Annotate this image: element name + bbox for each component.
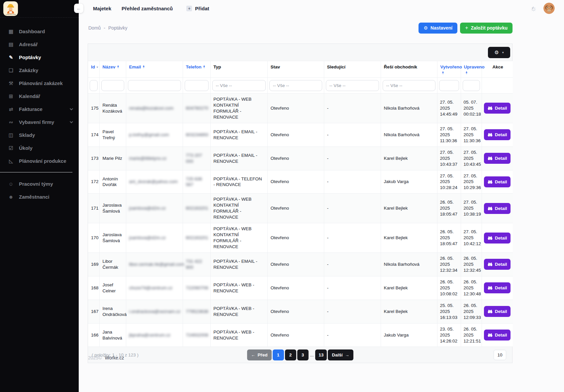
cell-email: i.ondrackova@seznam.cz xyxy=(126,300,183,323)
filter-select-sledujici[interactable]: -- Vše -- xyxy=(326,80,379,91)
column-header-id[interactable]: Id▼ xyxy=(88,61,99,78)
pagination-page-3[interactable]: 3 xyxy=(297,349,308,360)
sidebar-item-zamestnanci[interactable]: ☻Zaměstnanci xyxy=(0,190,79,203)
user-avatar[interactable] xyxy=(543,3,555,14)
sidebar-item-label: Úkoly xyxy=(19,145,33,151)
detail-button-label: Detail xyxy=(495,262,507,267)
paperclip-icon: ∾ xyxy=(7,119,15,125)
sidebar-item-planovani-produkce[interactable]: ◺Plánování produkce xyxy=(0,154,79,167)
detail-button[interactable]: Detail xyxy=(484,153,511,164)
footer-brand-link[interactable]: Worke.cz xyxy=(105,355,124,360)
topnav-majetek[interactable]: Majetek xyxy=(93,6,111,11)
theme-toggle-button[interactable]: ☼ ☾ xyxy=(529,4,538,13)
sidebar-collapse-button[interactable]: ← xyxy=(74,4,83,13)
sidebar-item-pracovni-tymy[interactable]: ☺Pracovní týmy xyxy=(0,177,79,190)
settings-button[interactable]: ⚙ Nastavení xyxy=(419,23,457,34)
cell-telefon-value: 725 636 567 xyxy=(186,176,202,187)
sidebar-item-zakazky[interactable]: ❏Zakázky xyxy=(0,64,79,77)
filter-input-email[interactable] xyxy=(128,80,181,91)
detail-button[interactable]: Detail xyxy=(484,203,511,214)
cell-id: 170 xyxy=(88,223,99,253)
column-header-upraveno[interactable]: Upraveno▲▼ xyxy=(461,61,482,78)
cell-nazev-value: Josef Celner xyxy=(103,282,116,293)
filter-input-nazev[interactable] xyxy=(101,80,124,91)
pagination-page-13[interactable]: 13 xyxy=(315,349,327,360)
column-header-label: Název xyxy=(103,64,116,69)
sidebar-item-poptavky[interactable]: ✎Poptávky xyxy=(0,51,79,64)
table-toolbar: ⚙ ▾ xyxy=(88,44,512,61)
filter-input-id[interactable] xyxy=(90,80,98,91)
filter-input-vytvoreno[interactable] xyxy=(439,80,459,91)
sidebar-item-dashboard[interactable]: ▦Dashboard xyxy=(0,25,79,38)
cell-email: renata@kozakovi.com xyxy=(126,94,183,123)
breadcrumb-separator: - xyxy=(104,25,105,31)
cell-vytvoreno-value: 26. 05. 2025 12:32:34 xyxy=(440,256,458,273)
filter-input-telefon[interactable] xyxy=(185,80,209,91)
sidebar: CONSTRUCTION ▦Dashboard▤Adresář✎Poptávky… xyxy=(0,0,79,392)
column-header-telefon[interactable]: Telefon▲▼ xyxy=(183,61,210,78)
detail-button[interactable]: Detail xyxy=(484,129,511,140)
cell-resi: Karel Bejlek xyxy=(381,276,437,300)
cell-stav-value: Otevřeno xyxy=(271,179,289,184)
topnav-prehled-zamestnancu[interactable]: Přehled zaměstnanců xyxy=(122,6,173,11)
breadcrumb-home[interactable]: Domů xyxy=(88,25,101,31)
cell-vytvoreno: 25. 05. 2025 16:13:03 xyxy=(437,300,461,323)
sidebar-item-label: Vybavení firmy xyxy=(19,119,54,125)
company-logo[interactable]: CONSTRUCTION xyxy=(3,1,18,16)
table-row: 168Josef Celnerchoze74@centrum.cz7220607… xyxy=(88,276,513,300)
sidebar-item-fakturace[interactable]: ⇄Fakturace xyxy=(0,103,79,116)
cell-sledujici-value: - xyxy=(327,132,329,137)
sidebar-item-ukoly[interactable]: ☑Úkoly xyxy=(0,142,79,154)
pagination-page-1[interactable]: 1 xyxy=(272,349,284,360)
filter-select-typ[interactable]: -- Vše -- xyxy=(212,80,266,91)
sidebar-item-vybaveni-firmy[interactable]: ∾Vybavení firmy xyxy=(0,116,79,129)
detail-button[interactable]: Detail xyxy=(484,330,511,341)
detail-button[interactable]: Detail xyxy=(484,233,511,244)
create-inquiry-button-label: Založit poptávku xyxy=(471,25,508,31)
cell-sledujici-value: - xyxy=(327,309,329,314)
cell-sledujici: - xyxy=(324,300,381,323)
sidebar-item-adresar[interactable]: ▤Adresář xyxy=(0,38,79,51)
table-settings-dropdown-button[interactable]: ⚙ ▾ xyxy=(488,47,510,58)
column-header-email[interactable]: Email▲▼ xyxy=(126,61,183,78)
sidebar-item-planovani-zakazek[interactable]: ⚒Plánování zakázek xyxy=(0,77,79,90)
cell-email-value: jbpraha@centrum.cz xyxy=(129,333,171,338)
detail-button[interactable]: Detail xyxy=(484,176,511,187)
cell-typ-value: POPTÁVKA - WEB - RENOVACE xyxy=(214,330,254,341)
inquiries-table: Id▼Název▲▼Email▲▼Telefon▲▼TypStavSledují… xyxy=(88,61,513,347)
cell-stav: Otevřeno xyxy=(267,123,324,147)
cell-stav: Otevřeno xyxy=(267,323,324,347)
pagination-prev-button[interactable]: ← Před xyxy=(247,349,271,360)
detail-button[interactable]: Detail xyxy=(484,259,511,270)
page-size-select[interactable]: 10 xyxy=(494,350,506,360)
column-header-nazev[interactable]: Název▲▼ xyxy=(99,61,126,78)
filter-select-stav[interactable]: -- Vše -- xyxy=(269,80,322,91)
topnav-pridat[interactable]: + Přidat xyxy=(186,6,209,11)
cell-typ-value: POPTÁVKA - WEB KONTAKTNÍ FORMULÁŘ - RENO… xyxy=(214,226,252,249)
sidebar-item-kalendar[interactable]: ⊞Kalendář xyxy=(0,90,79,103)
cell-vytvoreno-value: 23. 05. 2025 14:26:02 xyxy=(440,327,458,343)
column-header-vytvoreno[interactable]: Vytvořeno▲▼ xyxy=(437,61,461,78)
cell-resi-value: NIkola Barhoňová xyxy=(384,132,420,137)
binoculars-icon xyxy=(488,286,493,290)
binoculars-icon xyxy=(488,133,493,137)
create-inquiry-button[interactable]: + Založit poptávku xyxy=(460,23,513,34)
pagination-next-button[interactable]: Další → xyxy=(328,349,353,360)
cell-typ: POPTÁVKA - WEB - RENOVACE xyxy=(210,300,267,323)
pagination-page-2[interactable]: 2 xyxy=(285,349,296,360)
inquiries-table-card: ⚙ ▾ Id▼Název▲▼Email▲▼Telefon▲▼TypStavSle… xyxy=(88,44,513,363)
work-teams-icon: ☺ xyxy=(7,181,15,187)
detail-button-label: Detail xyxy=(495,206,507,211)
column-header-label: Vytvořeno xyxy=(440,64,462,69)
column-header-label: Stav xyxy=(271,64,280,69)
filter-select-resi-obchodnik[interactable]: -- Vše -- xyxy=(383,80,435,91)
filter-input-upraveno[interactable] xyxy=(463,80,480,91)
cell-sledujici-value: - xyxy=(327,235,329,240)
cell-telefon: 722060706 xyxy=(183,276,210,300)
detail-button[interactable]: Detail xyxy=(484,282,511,293)
cell-upraveno: 27. 05. 2025 10:43:45 xyxy=(461,147,482,170)
detail-button[interactable]: Detail xyxy=(484,103,511,114)
sidebar-item-sklady[interactable]: ◫Sklady xyxy=(0,129,79,142)
detail-button[interactable]: Detail xyxy=(484,306,511,317)
cell-email-value: i.ondrackova@seznam.cz xyxy=(129,309,181,314)
